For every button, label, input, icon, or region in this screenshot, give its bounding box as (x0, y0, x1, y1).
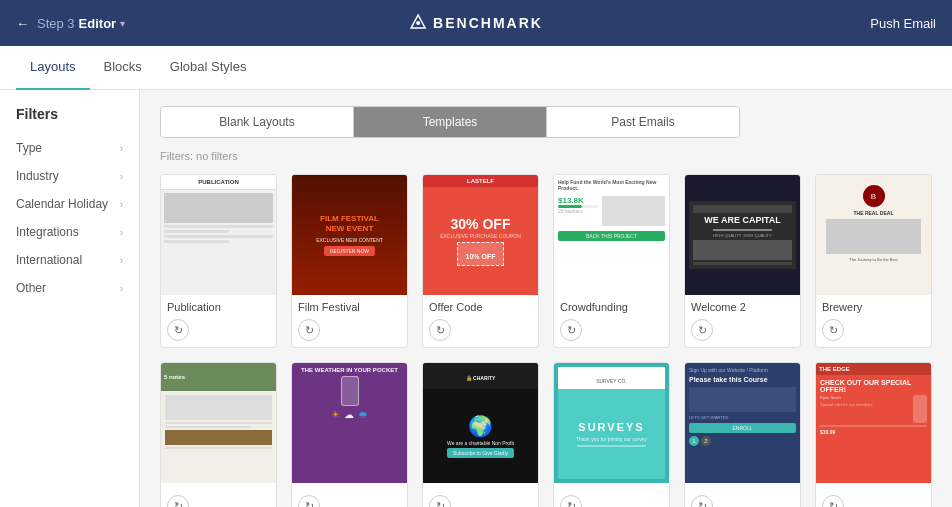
brewery-image (826, 219, 921, 254)
template-card-publication[interactable]: PUBLICATION Publication ↻ (160, 174, 277, 348)
reg-title: Please take this Course (689, 376, 796, 384)
film-subtitle: EXCLUSIVE NEW CONTENT (316, 237, 383, 243)
promo-title: CHECK OUT OUR SPECIAL OFFER! (820, 379, 927, 393)
template-preview-btn-register[interactable]: ↻ (691, 495, 713, 507)
benchmark-logo-icon (409, 14, 427, 32)
template-card-nonprofit[interactable]: 🔒 CHARITY 🌍 We are a charitable Non Prof… (422, 362, 539, 507)
template-card-brewery[interactable]: B THE REAL DEAL The Journey to Be the Be… (815, 174, 932, 348)
filter-integrations[interactable]: Integrations › (0, 218, 139, 246)
template-actions-offer: ↻ (423, 315, 538, 347)
template-preview-btn-article[interactable]: ↻ (167, 495, 189, 507)
template-preview-btn-nonprofit[interactable]: ↻ (429, 495, 451, 507)
template-preview-btn-survey[interactable]: ↻ (560, 495, 582, 507)
filter-calendar-chevron-icon: › (120, 199, 123, 210)
template-card-register[interactable]: Sign Up with our Website / Platform Plea… (684, 362, 801, 507)
template-card-welcome-2[interactable]: WE ARE CAPITAL HIGH QUALITY HIGH QUALITY… (684, 174, 801, 348)
push-email-button[interactable]: Push Email (870, 16, 936, 31)
back-button[interactable]: ← (16, 16, 29, 31)
np-body: 🌍 We are a charitable Non Profit Subscri… (423, 389, 538, 483)
template-card-offer-code[interactable]: LASTELF 30% OFF EXCLUSIVE PURCHASE COUPO… (422, 174, 539, 348)
template-card-crowdfunding[interactable]: Help Fund the World's Most Exciting New … (553, 174, 670, 348)
filter-calendar-holiday[interactable]: Calendar Holiday › (0, 190, 139, 218)
template-preview-btn-welcome[interactable]: ↻ (691, 319, 713, 341)
templates-button[interactable]: Templates (354, 107, 547, 137)
content-area: Blank Layouts Templates Past Emails Filt… (140, 90, 952, 507)
brewery-container: B THE REAL DEAL The Journey to Be the Be… (820, 179, 927, 291)
template-preview-btn-offer[interactable]: ↻ (429, 319, 451, 341)
template-card-survey[interactable]: SURVEY CO. SURVEYS Thank you for joining… (553, 362, 670, 507)
template-card-weather[interactable]: THE WEATHER IN YOUR POCKET ☀ ☁ 🌧 ↻ (291, 362, 408, 507)
template-label-article (161, 483, 276, 491)
template-label-welcome: Welcome 2 (685, 295, 800, 315)
template-label-register (685, 483, 800, 491)
template-preview-btn-weather[interactable]: ↻ (298, 495, 320, 507)
art-line-1 (165, 422, 272, 424)
template-card-article[interactable]: 5 notes ↻ (160, 362, 277, 507)
cf-img-area (602, 196, 665, 226)
template-thumb-brewery: B THE REAL DEAL The Journey to Be the Be… (816, 175, 931, 295)
template-card-film-festival[interactable]: FILM FESTIVALNEW EVENT EXCLUSIVE NEW CON… (291, 174, 408, 348)
filter-international-chevron-icon: › (120, 255, 123, 266)
cf-cta: BACK THIS PROJECT (558, 231, 665, 241)
template-actions-nonprofit: ↻ (423, 491, 538, 507)
art-body (161, 391, 276, 483)
filter-international[interactable]: International › (0, 246, 139, 274)
film-overlay: FILM FESTIVALNEW EVENT EXCLUSIVE NEW CON… (292, 175, 407, 295)
tab-blocks[interactable]: Blocks (90, 46, 156, 90)
cf-stats: $13.8K 28 backers (558, 196, 665, 226)
layout-toggle: Blank Layouts Templates Past Emails (160, 106, 740, 138)
reg-eyebrow: Sign Up with our Website / Platform (689, 367, 796, 373)
tab-layouts[interactable]: Layouts (16, 46, 90, 90)
template-thumb-publication: PUBLICATION (161, 175, 276, 295)
pub-header: PUBLICATION (161, 175, 276, 190)
template-actions-brewery: ↻ (816, 315, 931, 347)
weather-icons-row: ☀ ☁ 🌧 (331, 409, 368, 420)
template-preview-btn-promo[interactable]: ↻ (822, 495, 844, 507)
template-preview-btn-film[interactable]: ↻ (298, 319, 320, 341)
template-actions-welcome: ↻ (685, 315, 800, 347)
brewery-logo-circle: B (863, 185, 885, 207)
reg-cta-btn[interactable]: ENROLL (689, 423, 796, 433)
np-donate-btn[interactable]: Subscribe to Give Gladly (447, 448, 514, 458)
template-thumb-weather: THE WEATHER IN YOUR POCKET ☀ ☁ 🌧 (292, 363, 407, 483)
survey-brand: SURVEY CO. (596, 378, 627, 384)
survey-body: SURVEYS Thank you for joining our survey (558, 389, 665, 479)
art-logo: 5 notes (164, 374, 185, 380)
template-preview-btn-brewery[interactable]: ↻ (822, 319, 844, 341)
offer-body: 30% OFF EXCLUSIVE PURCHASE COUPON 10% OF… (423, 189, 538, 295)
pub-line-1 (164, 225, 273, 228)
cf-image (602, 196, 665, 226)
promo-cta-text: $19.99 (820, 429, 927, 435)
template-thumb-film: FILM FESTIVALNEW EVENT EXCLUSIVE NEW CON… (292, 175, 407, 295)
welcome-title: WE ARE CAPITAL (693, 215, 792, 227)
template-thumb-offer: LASTELF 30% OFF EXCLUSIVE PURCHASE COUPO… (423, 175, 538, 295)
template-card-promo[interactable]: THE EDGE CHECK OUT OUR SPECIAL OFFER! Ry… (815, 362, 932, 507)
promo-header: THE EDGE (816, 363, 931, 375)
filter-other[interactable]: Other › (0, 274, 139, 302)
template-label-offer: Offer Code (423, 295, 538, 315)
promo-divider (820, 425, 927, 427)
past-emails-button[interactable]: Past Emails (547, 107, 739, 137)
offer-subtext: EXCLUSIVE PURCHASE COUPON (440, 233, 521, 239)
reg-step-2: 2 (701, 436, 711, 446)
template-preview-btn-crowdfund[interactable]: ↻ (560, 319, 582, 341)
template-label-promo (816, 483, 931, 491)
tab-global-styles[interactable]: Global Styles (156, 46, 261, 90)
promo-subtitle: Ryan Smith (820, 395, 910, 400)
welcome-footer-line (693, 262, 792, 265)
welcome-quality-row: HIGH QUALITY HIGH QUALITY (693, 233, 792, 238)
editor-chevron-icon[interactable]: ▾ (120, 18, 125, 29)
template-actions-survey: ↻ (554, 491, 669, 507)
sidebar: Filters Type › Industry › Calendar Holid… (0, 90, 140, 507)
brand-logo: BENCHMARK (409, 14, 543, 32)
filter-type[interactable]: Type › (0, 134, 139, 162)
filter-industry[interactable]: Industry › (0, 162, 139, 190)
blank-layouts-button[interactable]: Blank Layouts (161, 107, 354, 137)
brewery-name: THE REAL DEAL (854, 210, 894, 216)
film-cta: REGISTER NOW (324, 246, 375, 256)
template-preview-btn-publication[interactable]: ↻ (167, 319, 189, 341)
survey-title-text: SURVEYS (578, 421, 644, 433)
template-thumb-crowdfund: Help Fund the World's Most Exciting New … (554, 175, 669, 295)
art-img-2 (165, 430, 272, 445)
weather-cloud-icon: ☁ (344, 409, 354, 420)
